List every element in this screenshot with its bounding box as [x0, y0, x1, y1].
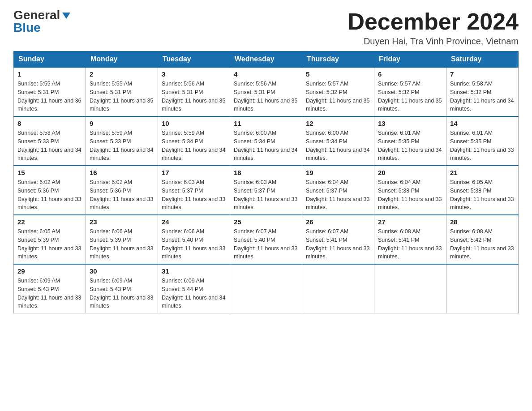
- calendar-day-cell: 19 Sunrise: 6:04 AM Sunset: 5:37 PM Dayl…: [302, 166, 374, 215]
- sunset-label: Sunset: 5:34 PM: [306, 138, 347, 145]
- calendar-week-row: 1 Sunrise: 5:55 AM Sunset: 5:31 PM Dayli…: [14, 67, 519, 116]
- daylight-label: Daylight: 11 hours and 33 minutes.: [306, 245, 369, 260]
- sunrise-label: Sunrise: 6:06 AM: [90, 228, 132, 235]
- sunrise-label: Sunrise: 5:59 AM: [162, 130, 204, 136]
- daylight-label: Daylight: 11 hours and 35 minutes.: [306, 98, 369, 112]
- sunset-label: Sunset: 5:39 PM: [90, 237, 131, 243]
- logo-triangle-icon: [61, 11, 71, 21]
- sunset-label: Sunset: 5:32 PM: [378, 89, 419, 95]
- sunset-label: Sunset: 5:35 PM: [378, 138, 419, 145]
- calendar-day-cell: 2 Sunrise: 5:55 AM Sunset: 5:31 PM Dayli…: [86, 67, 158, 116]
- calendar-day-cell: [302, 264, 374, 313]
- calendar-day-cell: 17 Sunrise: 6:03 AM Sunset: 5:37 PM Dayl…: [158, 166, 230, 215]
- calendar-day-cell: [374, 264, 446, 313]
- day-number: 28: [450, 218, 515, 226]
- daylight-label: Daylight: 11 hours and 33 minutes.: [450, 196, 514, 211]
- sunset-label: Sunset: 5:31 PM: [17, 89, 59, 95]
- calendar-header-row: SundayMondayTuesdayWednesdayThursdayFrid…: [14, 51, 519, 68]
- sunrise-label: Sunrise: 6:03 AM: [162, 179, 204, 185]
- daylight-label: Daylight: 11 hours and 33 minutes.: [90, 245, 153, 260]
- calendar-day-cell: 14 Sunrise: 6:01 AM Sunset: 5:35 PM Dayl…: [446, 116, 519, 166]
- calendar-day-cell: [446, 264, 519, 313]
- sunrise-label: Sunrise: 6:02 AM: [90, 179, 132, 185]
- day-info: Sunrise: 6:05 AM Sunset: 5:38 PM Dayligh…: [450, 178, 515, 212]
- day-number: 21: [450, 169, 515, 176]
- daylight-label: Daylight: 11 hours and 33 minutes.: [17, 245, 81, 260]
- title-section: December 2024 Duyen Hai, Tra Vinh Provin…: [348, 9, 519, 47]
- daylight-label: Daylight: 11 hours and 34 minutes.: [306, 147, 369, 162]
- day-info: Sunrise: 6:01 AM Sunset: 5:35 PM Dayligh…: [378, 129, 442, 163]
- sunrise-label: Sunrise: 5:57 AM: [378, 81, 420, 87]
- daylight-label: Daylight: 11 hours and 35 minutes.: [162, 98, 225, 112]
- day-info: Sunrise: 6:00 AM Sunset: 5:34 PM Dayligh…: [234, 129, 298, 163]
- sunrise-label: Sunrise: 5:57 AM: [306, 81, 348, 87]
- daylight-label: Daylight: 11 hours and 33 minutes.: [90, 196, 153, 211]
- sunrise-label: Sunrise: 5:55 AM: [90, 81, 132, 87]
- day-number: 9: [90, 120, 154, 127]
- sunset-label: Sunset: 5:37 PM: [234, 188, 275, 194]
- calendar-day-cell: 22 Sunrise: 6:05 AM Sunset: 5:39 PM Dayl…: [14, 215, 86, 264]
- logo-blue: Blue: [13, 21, 41, 34]
- sunset-label: Sunset: 5:32 PM: [306, 89, 347, 95]
- calendar-day-cell: 3 Sunrise: 5:56 AM Sunset: 5:31 PM Dayli…: [158, 67, 230, 116]
- day-info: Sunrise: 6:00 AM Sunset: 5:34 PM Dayligh…: [306, 129, 370, 163]
- sunset-label: Sunset: 5:43 PM: [17, 286, 59, 292]
- calendar-week-row: 22 Sunrise: 6:05 AM Sunset: 5:39 PM Dayl…: [14, 215, 519, 264]
- sunset-label: Sunset: 5:43 PM: [90, 286, 131, 292]
- sunrise-label: Sunrise: 6:07 AM: [306, 228, 348, 235]
- sunset-label: Sunset: 5:39 PM: [17, 237, 59, 243]
- sunrise-label: Sunrise: 6:04 AM: [378, 179, 420, 185]
- location: Duyen Hai, Tra Vinh Province, Vietnam: [348, 36, 519, 47]
- logo-general: General: [13, 9, 60, 21]
- sunrise-label: Sunrise: 6:03 AM: [234, 179, 276, 185]
- calendar-day-cell: 29 Sunrise: 6:09 AM Sunset: 5:43 PM Dayl…: [14, 264, 86, 313]
- day-number: 13: [378, 120, 442, 127]
- daylight-label: Daylight: 11 hours and 33 minutes.: [306, 196, 369, 211]
- day-info: Sunrise: 6:02 AM Sunset: 5:36 PM Dayligh…: [17, 178, 82, 212]
- day-info: Sunrise: 6:09 AM Sunset: 5:43 PM Dayligh…: [90, 277, 154, 310]
- sunrise-label: Sunrise: 6:01 AM: [378, 130, 420, 136]
- day-info: Sunrise: 6:05 AM Sunset: 5:39 PM Dayligh…: [17, 227, 82, 261]
- sunset-label: Sunset: 5:36 PM: [90, 188, 131, 194]
- daylight-label: Daylight: 11 hours and 35 minutes.: [234, 98, 297, 112]
- sunset-label: Sunset: 5:34 PM: [162, 138, 203, 145]
- day-number: 22: [17, 218, 82, 226]
- daylight-label: Daylight: 11 hours and 33 minutes.: [17, 196, 81, 211]
- daylight-label: Daylight: 11 hours and 33 minutes.: [17, 295, 81, 309]
- calendar-day-cell: 4 Sunrise: 5:56 AM Sunset: 5:31 PM Dayli…: [230, 67, 302, 116]
- day-info: Sunrise: 6:09 AM Sunset: 5:43 PM Dayligh…: [17, 277, 82, 310]
- calendar-day-cell: 30 Sunrise: 6:09 AM Sunset: 5:43 PM Dayl…: [86, 264, 158, 313]
- calendar-day-cell: 23 Sunrise: 6:06 AM Sunset: 5:39 PM Dayl…: [86, 215, 158, 264]
- sunset-label: Sunset: 5:33 PM: [17, 138, 59, 145]
- day-number: 14: [450, 120, 515, 127]
- day-number: 15: [17, 169, 82, 176]
- day-info: Sunrise: 5:56 AM Sunset: 5:31 PM Dayligh…: [234, 80, 298, 113]
- day-number: 20: [378, 169, 442, 176]
- day-number: 8: [17, 120, 82, 127]
- day-info: Sunrise: 5:59 AM Sunset: 5:34 PM Dayligh…: [162, 129, 226, 163]
- sunrise-label: Sunrise: 5:56 AM: [162, 81, 204, 87]
- sunrise-label: Sunrise: 6:00 AM: [306, 130, 348, 136]
- calendar-day-cell: 6 Sunrise: 5:57 AM Sunset: 5:32 PM Dayli…: [374, 67, 446, 116]
- calendar-day-cell: 11 Sunrise: 6:00 AM Sunset: 5:34 PM Dayl…: [230, 116, 302, 166]
- sunset-label: Sunset: 5:40 PM: [162, 237, 203, 243]
- sunset-label: Sunset: 5:41 PM: [306, 237, 347, 243]
- day-number: 24: [162, 218, 226, 226]
- month-title: December 2024: [348, 9, 519, 34]
- weekday-header-monday: Monday: [86, 51, 158, 68]
- day-info: Sunrise: 5:56 AM Sunset: 5:31 PM Dayligh…: [162, 80, 226, 113]
- daylight-label: Daylight: 11 hours and 34 minutes.: [162, 147, 225, 162]
- day-number: 26: [306, 218, 370, 226]
- sunrise-label: Sunrise: 6:07 AM: [234, 228, 276, 235]
- day-number: 19: [306, 169, 370, 176]
- day-number: 30: [90, 267, 154, 275]
- sunset-label: Sunset: 5:38 PM: [378, 188, 419, 194]
- day-number: 2: [90, 70, 154, 78]
- sunrise-label: Sunrise: 6:09 AM: [90, 278, 132, 284]
- day-info: Sunrise: 6:06 AM Sunset: 5:40 PM Dayligh…: [162, 227, 226, 261]
- day-info: Sunrise: 6:09 AM Sunset: 5:44 PM Dayligh…: [162, 277, 226, 310]
- day-info: Sunrise: 6:08 AM Sunset: 5:41 PM Dayligh…: [378, 227, 442, 261]
- day-info: Sunrise: 6:07 AM Sunset: 5:40 PM Dayligh…: [234, 227, 298, 261]
- calendar-week-row: 15 Sunrise: 6:02 AM Sunset: 5:36 PM Dayl…: [14, 166, 519, 215]
- sunset-label: Sunset: 5:34 PM: [234, 138, 275, 145]
